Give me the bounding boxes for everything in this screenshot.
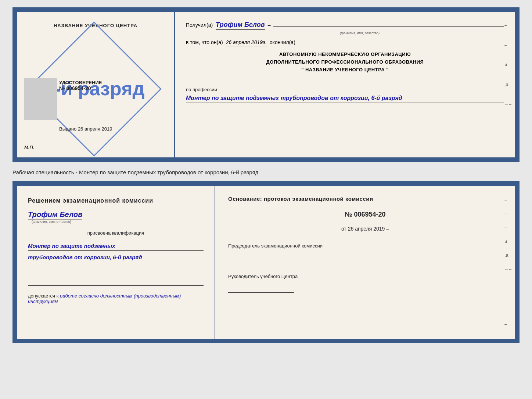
org-line1: АВТОНОМНУЮ НЕКОММЕРЧЕСКУЮ ОРГАНИЗАЦИЮ — [186, 51, 504, 58]
chairman-block: Председатель экзаменационной комиссии — [228, 243, 502, 262]
protocol-date-prefix: от — [341, 226, 346, 232]
commission-title: Решением экзаменационной комиссии — [28, 197, 204, 205]
photo-placeholder — [24, 78, 57, 120]
head-title: Руководитель учебного Центра — [228, 273, 502, 280]
profession-label: по профессии — [186, 87, 217, 92]
mp-block: М.П. — [24, 145, 34, 150]
udost-number: № 006954-20 — [59, 85, 102, 91]
in-that-label: в том, что он(а) — [186, 39, 223, 45]
protocol-date: от 26 апреля 2019 – — [228, 226, 502, 232]
finished-label: окончил(а) — [270, 39, 295, 45]
bottom-certificate: Решением экзаменационной комиссии Трофим… — [12, 181, 520, 343]
bot-profession-block: Монтер по защите подземных трубопроводов… — [28, 239, 204, 262]
udost-label: УДОСТОВЕРЕНИЕ — [59, 80, 102, 85]
protocol-dash: – — [386, 226, 389, 232]
osnov-text: Основание: протокол экзаменационной коми… — [228, 195, 502, 203]
bot-right: Основание: протокол экзаменационной коми… — [215, 186, 515, 339]
vydano-block: Выдано 26 апреля 2019 — [59, 126, 112, 132]
org-line3: " НАЗВАНИЕ УЧЕБНОГО ЦЕНТРА " — [186, 66, 504, 74]
head-signature-line — [228, 282, 294, 293]
profession-block: по профессии Монтер по защите подземных … — [186, 86, 504, 103]
received-label: Получил(а) — [186, 22, 213, 28]
blank-line-1 — [28, 269, 204, 276]
received-name: Трофим Белов — [216, 21, 265, 30]
chairman-signature-line — [228, 251, 294, 262]
person-name-cursive: Трофим Белов — [28, 210, 82, 220]
vydano-date: 26 апреля 2019 — [78, 126, 112, 132]
date-line: в том, что он(а) 26 апреля 2019г. окончи… — [186, 39, 504, 46]
chairman-title: Председатель экзаменационной комиссии — [228, 243, 502, 249]
допускается-block: допускается к работе согласно должностны… — [28, 293, 204, 304]
cert-right: Получил(а) Трофим Белов – (фамилия, имя,… — [175, 12, 515, 157]
assigned-label: присвоена квалификация — [28, 230, 204, 236]
blank-lines — [28, 269, 204, 286]
udost-block: УДОСТОВЕРЕНИЕ № 006954-20 — [59, 80, 102, 91]
org-block: АВТОНОМНУЮ НЕКОММЕРЧЕСКУЮ ОРГАНИЗАЦИЮ ДО… — [186, 51, 504, 74]
bot-profession-line2: трубопроводов от коррозии, 6-й разряд — [28, 253, 204, 262]
bot-fio-hint: (фамилия, имя, отчество) — [32, 220, 204, 224]
bot-left: Решением экзаменационной комиссии Трофим… — [17, 186, 215, 339]
person-name-block: Трофим Белов (фамилия, имя, отчество) — [28, 210, 204, 224]
protocol-date-value: 26 апреля 2019 — [348, 226, 385, 232]
right-side-dashes: – – и ,а ←– – – — [504, 12, 511, 157]
top-certificate: НАЗВАНИЕ УЧЕБНОГО ЦЕНТРА 6-й разряд УДОС… — [12, 7, 520, 162]
vydano-label: Выдано — [59, 126, 76, 132]
received-line: Получил(а) Трофим Белов – — [186, 21, 504, 30]
org-line2: ДОПОЛНИТЕЛЬНОГО ПРОФЕССИОНАЛЬНОГО ОБРАЗО… — [186, 58, 504, 66]
date-value: 26 апреля 2019г. — [226, 39, 267, 46]
middle-text: Рабочая специальность - Монтер по защите… — [12, 165, 520, 178]
допускается-label: допускается к — [28, 293, 58, 299]
bot-profession-line1: Монтер по защите подземных — [28, 242, 204, 251]
cert-left: НАЗВАНИЕ УЧЕБНОГО ЦЕНТРА 6-й разряд УДОС… — [17, 12, 175, 157]
profession-value: Монтер по защите подземных трубопроводов… — [186, 94, 504, 103]
protocol-number: № 006954-20 — [228, 211, 502, 218]
blank-line-2 — [28, 278, 204, 286]
received-fio-hint: (фамилия, имя, отчество) — [215, 31, 504, 35]
head-block: Руководитель учебного Центра — [228, 273, 502, 293]
document-container: НАЗВАНИЕ УЧЕБНОГО ЦЕНТРА 6-й разряд УДОС… — [12, 7, 520, 343]
right-dashes-bot: – – – и ,а ←– – – – – — [504, 186, 511, 339]
